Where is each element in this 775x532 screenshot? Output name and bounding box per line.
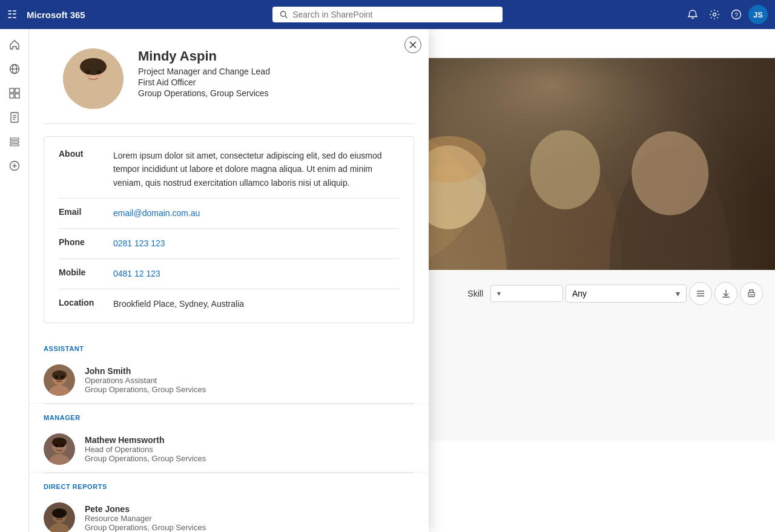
search-input[interactable]: [292, 10, 495, 19]
dept-dropdown[interactable]: ▾: [490, 285, 563, 302]
assistant-avatar: [44, 364, 75, 396]
about-text: Lorem ipsum dolor sit amet, consectetur …: [113, 149, 399, 189]
help-icon[interactable]: ?: [727, 5, 746, 24]
skill-label: Skill: [467, 289, 483, 298]
pete-info: Pete Jones Resource Manager Group Operat…: [85, 504, 206, 532]
manager-section-title: MANAGER: [29, 404, 429, 426]
svg-rect-8: [10, 88, 14, 93]
svg-point-76: [61, 375, 64, 379]
manager-dept: Group Operations, Group Services: [85, 454, 206, 463]
profile-panel: Mindy Aspin Project Manager and Change L…: [29, 29, 429, 532]
pete-avatar: [44, 502, 75, 532]
print-button[interactable]: [740, 282, 763, 305]
svg-point-32: [530, 130, 601, 209]
skill-value: Any: [572, 289, 587, 298]
svg-rect-16: [10, 138, 19, 140]
assistant-person[interactable]: John Smith Operations Assistant Group Op…: [29, 357, 429, 404]
bell-icon[interactable]: [683, 5, 702, 24]
svg-point-34: [632, 131, 708, 215]
sidebar-doc[interactable]: [4, 107, 25, 128]
sidebar-layers[interactable]: [4, 131, 25, 153]
profile-role1: Project Manager and Change Lead: [138, 67, 395, 76]
phone-link[interactable]: 0281 123 123: [113, 237, 165, 250]
profile-role2: First Aid Officer: [138, 77, 395, 87]
skill-dropdown[interactable]: Any ▾: [566, 284, 687, 303]
waffle-icon[interactable]: ☷: [7, 8, 17, 21]
profile-dept: Group Operations, Group Services: [138, 88, 395, 98]
svg-point-79: [52, 438, 67, 447]
pete-dept: Group Operations, Group Services: [85, 523, 206, 532]
direct-report-pete[interactable]: Pete Jones Resource Manager Group Operat…: [29, 495, 429, 532]
list-view-button[interactable]: [689, 282, 712, 305]
svg-point-75: [55, 375, 58, 379]
svg-rect-10: [10, 94, 14, 98]
svg-point-68: [97, 70, 101, 74]
svg-point-69: [85, 74, 91, 77]
settings-icon[interactable]: [705, 5, 724, 24]
search-box: [272, 7, 503, 22]
profile-name: Mindy Aspin: [138, 48, 395, 64]
sidebar: [0, 29, 29, 532]
search-icon: [280, 10, 288, 19]
top-bar: ☷ Microsoft 365 ? JS: [0, 0, 775, 29]
location-label: Location: [59, 298, 113, 310]
pete-name: Pete Jones: [85, 504, 206, 514]
chevron-down-icon: ▾: [676, 289, 680, 298]
svg-rect-11: [15, 94, 19, 98]
close-button[interactable]: [404, 36, 421, 53]
svg-point-67: [86, 70, 90, 74]
top-bar-icons: ? JS: [683, 5, 768, 24]
svg-rect-18: [10, 144, 19, 146]
user-avatar[interactable]: JS: [748, 5, 768, 24]
phone-label: Phone: [59, 237, 113, 250]
profile-details-card: About Lorem ipsum dolor sit amet, consec…: [44, 136, 414, 323]
svg-point-87: [55, 513, 58, 517]
chevron-down-icon: ▾: [497, 289, 501, 298]
direct-reports-section-title: DIRECT REPORTS: [29, 473, 429, 495]
sidebar-grid[interactable]: [4, 82, 25, 104]
manager-role: Head of Operations: [85, 445, 206, 454]
svg-rect-9: [15, 88, 19, 93]
svg-point-65: [80, 58, 107, 75]
svg-point-88: [61, 513, 64, 517]
pete-role: Resource Manager: [85, 514, 206, 523]
svg-point-82: [61, 444, 64, 447]
svg-text:?: ?: [734, 12, 738, 19]
assistant-section-title: ASSISTANT: [29, 335, 429, 357]
location-row: Location Brookfield Place, Sydney, Austr…: [59, 292, 399, 310]
email-link[interactable]: email@domain.com.au: [113, 207, 200, 220]
content-area: About MA ▾ What's on at MA ▾ Employee Di…: [29, 29, 775, 532]
manager-name: Mathew Hemsworth: [85, 435, 206, 445]
email-row: Email email@domain.com.au: [59, 201, 399, 226]
manager-person[interactable]: Mathew Hemsworth Head of Operations Grou…: [29, 426, 429, 473]
about-label: About: [59, 149, 113, 189]
mobile-label: Mobile: [59, 268, 113, 280]
assistant-dept: Group Operations, Group Services: [85, 385, 206, 394]
svg-point-2: [713, 13, 716, 16]
sidebar-home[interactable]: [4, 34, 25, 56]
phone-row: Phone 0281 123 123: [59, 231, 399, 256]
email-label: Email: [59, 207, 113, 220]
sidebar-globe[interactable]: [4, 58, 25, 80]
profile-avatar: [63, 48, 124, 109]
svg-point-73: [52, 370, 67, 380]
main-layout: About MA ▾ What's on at MA ▾ Employee Di…: [0, 29, 775, 532]
svg-point-81: [55, 444, 58, 447]
svg-point-85: [52, 508, 67, 518]
sidebar-add[interactable]: [4, 155, 25, 177]
about-row: About Lorem ipsum dolor sit amet, consec…: [59, 149, 399, 195]
svg-line-1: [285, 16, 287, 18]
manager-avatar: [44, 433, 75, 465]
assistant-name: John Smith: [85, 366, 206, 376]
manager-info: Mathew Hemsworth Head of Operations Grou…: [85, 435, 206, 463]
location-value: Brookfield Place, Sydney, Australia: [113, 298, 244, 310]
assistant-info: John Smith Operations Assistant Group Op…: [85, 366, 206, 394]
svg-point-70: [96, 74, 102, 77]
profile-info: Mindy Aspin Project Manager and Change L…: [138, 48, 395, 98]
mobile-row: Mobile 0481 12 123: [59, 261, 399, 286]
assistant-role: Operations Assistant: [85, 376, 206, 385]
svg-rect-17: [10, 141, 19, 143]
app-title: Microsoft 365: [27, 10, 85, 20]
download-button[interactable]: [714, 282, 737, 305]
mobile-link[interactable]: 0481 12 123: [113, 268, 160, 280]
